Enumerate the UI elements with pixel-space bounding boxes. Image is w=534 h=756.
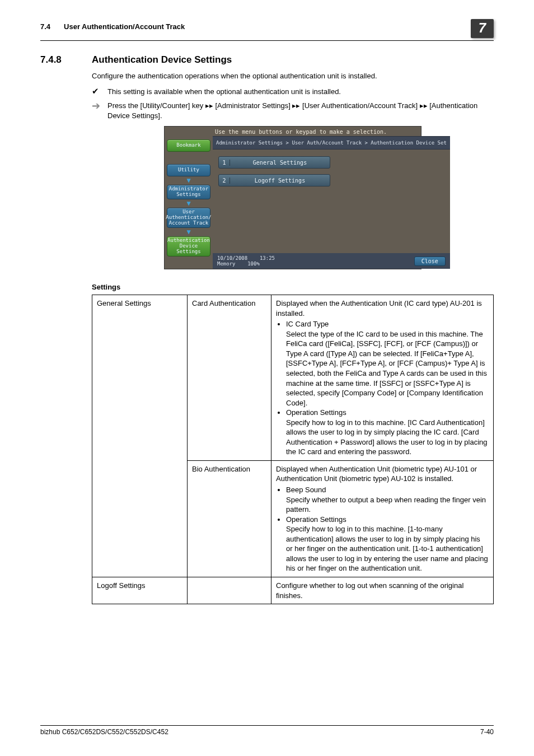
panel-item-logoff[interactable]: 2 Logoff Settings [218,174,330,186]
bullet-title: Beep Sound [286,486,326,494]
panel-time: 13:25 [260,255,275,261]
procedure-text: Press the [Utility/Counter] key ▸▸ [Admi… [107,101,494,120]
cell-empty [188,577,271,604]
device-panel: Use the menu buttons or keypad to make a… [164,126,421,269]
arrow-down-icon: ▼ [186,230,190,234]
section-number: 7.4.8 [40,54,92,66]
cell-general-settings: General Settings [92,295,188,577]
cell-card-auth-desc: Displayed when the Authentication Unit (… [271,295,494,461]
panel-item-number: 1 [219,160,230,166]
panel-instruction: Use the menu buttons or keypad to make a… [165,127,421,136]
panel-footer: 10/10/2008 13:25 Memory 100% Close [213,253,450,269]
table-row: General Settings Card Authentication Dis… [92,295,494,461]
page-footer: bizhub C652/C652DS/C552/C552DS/C452 7-40 [40,725,494,736]
bullet-operation-settings: Operation Settings Specify how to log in… [286,408,489,457]
bullet-desc: Specify how to log in to this machine. [… [286,418,488,456]
panel-date: 10/10/2008 [217,255,247,261]
bullet-ic-card-type: IC Card Type Select the type of the IC c… [286,319,489,408]
bookmark-button[interactable]: Bookmark [167,139,210,152]
table-row: Logoff Settings Configure whether to log… [92,577,494,604]
bullet-operation-settings: Operation Settings Specify how to log in… [286,515,489,573]
cell-bio-auth-desc: Displayed when Authentication Unit (biom… [271,460,494,577]
panel-memory-label: Memory [217,261,236,267]
bullet-title: IC Card Type [286,320,329,328]
bullet-desc: Specify whether to output a beep when re… [286,496,486,514]
panel-list: 1 General Settings 2 Logoff Settings [213,150,450,253]
settings-table: General Settings Card Authentication Dis… [92,295,494,604]
panel-item-number: 2 [219,178,230,184]
bullet-title: Operation Settings [286,515,346,524]
desc-text: Displayed when the Authentication Unit (… [276,299,482,318]
panel-item-label: Logoff Settings [230,178,330,184]
footer-model: bizhub C652/C652DS/C552/C552DS/C452 [40,728,168,736]
cell-logoff-desc: Configure whether to log out when scanni… [271,577,494,604]
arrow-right-icon: ➔ [92,101,107,120]
bullet-title: Operation Settings [286,408,346,417]
bullet-desc: Select the type of the IC card to be use… [286,330,487,407]
check-icon: ✔ [92,87,107,97]
arrow-down-icon: ▼ [186,202,190,206]
crumb-button-authdev[interactable]: Authentication Device Settings [167,236,210,256]
desc-text: Displayed when Authentication Unit (biom… [276,465,477,483]
intro-paragraph: Configure the authentication operations … [92,71,494,81]
bullet-desc: Specify how to log in to this machine. [… [286,525,488,572]
chapter-badge: 7 [471,19,494,38]
section-title: Authentication Device Settings [92,54,232,66]
footer-page: 7-40 [480,728,494,736]
panel-sidebar: Bookmark Utility ▼ Administrator Setting… [165,136,213,269]
procedure-row: ➔ Press the [Utility/Counter] key ▸▸ [Ad… [92,101,494,120]
running-head-title: User Authentication/Account Track [64,22,471,31]
crumb-button-utility[interactable]: Utility [167,164,210,176]
cell-bio-auth: Bio Authentication [188,460,271,577]
section-heading: 7.4.8 Authentication Device Settings [40,54,494,66]
panel-item-general[interactable]: 1 General Settings [218,156,330,169]
crumb-button-admin[interactable]: Administrator Settings [167,185,210,199]
panel-breadcrumb-bar: Administrator Settings > User Auth/Accou… [213,136,450,150]
cell-logoff-settings: Logoff Settings [92,577,188,604]
arrow-down-icon: ▼ [186,179,190,183]
running-head: 7.4 User Authentication/Account Track 7 [40,22,494,41]
note-row: ✔ This setting is available when the opt… [92,87,494,97]
note-text: This setting is available when the optio… [107,87,494,97]
close-button[interactable]: Close [414,256,446,266]
panel-item-label: General Settings [230,160,330,166]
panel-memory-value: 100% [247,261,260,267]
running-head-number: 7.4 [40,22,50,31]
cell-card-auth: Card Authentication [188,295,271,461]
table-caption: Settings [92,283,494,291]
bullet-beep-sound: Beep Sound Specify whether to output a b… [286,485,489,515]
crumb-button-userauth[interactable]: User Authentication/ Account Track [167,208,210,228]
